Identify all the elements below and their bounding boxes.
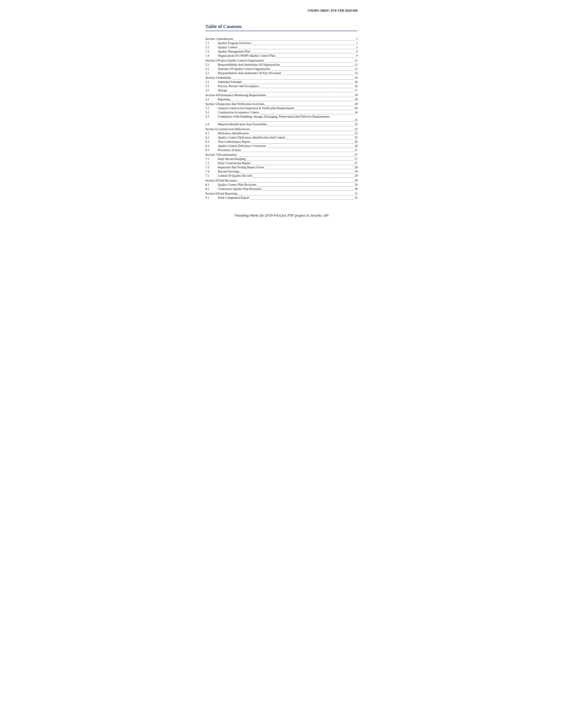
toc-divider bbox=[205, 31, 358, 31]
toc-page: 9 bbox=[356, 50, 358, 53]
toc-entry: 5.1General Construction Inspection & Ver… bbox=[205, 106, 358, 111]
toc-num: Section 7: bbox=[205, 152, 218, 157]
toc-table: Section 1:Introduction11.1Quality Progra… bbox=[205, 36, 358, 200]
toc-num: 8.2 bbox=[205, 187, 218, 191]
toc-page: 24 bbox=[355, 111, 358, 114]
toc-entry: Section 5:Inspection And Verification Ac… bbox=[205, 101, 358, 106]
toc-page: 27 bbox=[355, 148, 358, 152]
toc-entry-text: Contractors Quality Plan Revisions bbox=[218, 187, 261, 191]
toc-entry: 7.4Record Drawings29 bbox=[205, 170, 358, 174]
toc-entry: 6.2Quality Control Deficiency Identifica… bbox=[205, 135, 358, 140]
toc-entry-text: Compliance With Handling, Storage, Packa… bbox=[218, 115, 358, 118]
toc-text: Performance Monitoring Requirements18 bbox=[218, 93, 358, 98]
toc-num: Section 4: bbox=[205, 93, 218, 98]
toc-entry-text: Work Completion Report: bbox=[218, 196, 250, 200]
toc-entry-text: Quality Control Plan Revisions bbox=[218, 183, 256, 187]
toc-num: 3.3 bbox=[205, 88, 218, 93]
toc-num: 1.1 bbox=[205, 41, 218, 45]
toc-text: Submittal Schedule16 bbox=[218, 80, 358, 84]
footer-text: Finishing Works for (F39-F41) for PTF pr… bbox=[234, 213, 329, 218]
toc-num: 6.2 bbox=[205, 135, 218, 140]
toc-page: 25 bbox=[355, 132, 358, 135]
toc-text: Contractors Quality Plan Revisions30 bbox=[218, 187, 358, 191]
toc-entry-text: Submittal Schedule bbox=[218, 80, 242, 84]
toc-page: 25 bbox=[355, 123, 358, 126]
toc-page: 25 bbox=[355, 118, 358, 122]
toc-entry: 6.4Quality Control Deficiency Correction… bbox=[205, 144, 358, 148]
toc-entry: 1.1Quality Program Overview1 bbox=[205, 41, 358, 45]
toc-text: Quality Management Plan9 bbox=[218, 50, 358, 54]
toc-num: Section 3: bbox=[205, 75, 218, 80]
toc-num: 6.5 bbox=[205, 148, 218, 152]
toc-num: 7.4 bbox=[205, 170, 218, 174]
toc-page: 27 bbox=[355, 161, 358, 165]
toc-entry-text: Quality Control Deficiency Identificatio… bbox=[218, 136, 285, 139]
toc-page: 28 bbox=[355, 166, 358, 169]
toc-page: 26 bbox=[355, 140, 358, 144]
toc-entry-text: Performance Monitoring Requirements bbox=[218, 94, 266, 97]
toc-num: 4.1 bbox=[205, 97, 218, 101]
toc-num: 7.5 bbox=[205, 174, 218, 178]
toc-text: Daily Record Keeping27 bbox=[218, 157, 358, 161]
toc-text: Responsibilities And Authorities Of Key … bbox=[218, 71, 358, 75]
toc-page: 16 bbox=[355, 84, 358, 88]
toc-page: 18 bbox=[355, 94, 358, 97]
toc-entry: 9.1Work Completion Report:31 bbox=[205, 196, 358, 200]
toc-text: Project Quality Control Organization11 bbox=[218, 58, 358, 63]
toc-num: 5.4 bbox=[205, 122, 218, 127]
toc-num: 9.1 bbox=[205, 196, 218, 200]
toc-text: Construction Deficiencies25 bbox=[218, 127, 358, 131]
toc-entry: 5.4Material Identification And Traceabil… bbox=[205, 122, 358, 127]
toc-page: 27 bbox=[355, 153, 358, 157]
toc-entry-text: Quality Control Deficiency Correction bbox=[218, 144, 265, 148]
toc-num: 3.2 bbox=[205, 84, 218, 88]
toc-entry-text: Field Revisions bbox=[218, 179, 237, 182]
toc-entry-text: Non-Conformance Report bbox=[218, 140, 250, 144]
toc-entry-text: General Construction Inspection & Verifi… bbox=[218, 107, 294, 110]
toc-entry: 8.1Quality Control Plan Revisions30 bbox=[205, 183, 358, 187]
toc-text: Preventive Actions27 bbox=[218, 148, 358, 152]
toc-entry: 1.3Quality Management Plan9 bbox=[205, 50, 358, 54]
toc-entry: 7.1Daily Record Keeping27 bbox=[205, 157, 358, 161]
toc-entry-text: Inspection And Testing Report Forms bbox=[218, 166, 264, 169]
toc-page: 16 bbox=[355, 76, 358, 80]
toc-entry: Section 7:Documentation27 bbox=[205, 152, 358, 157]
toc-page: 2 bbox=[356, 46, 358, 49]
toc-text: Inspection And Verification Activities20 bbox=[218, 101, 358, 106]
toc-entry: 7.5Control Of Quality Records29 bbox=[205, 174, 358, 178]
toc-page: 13 bbox=[355, 71, 358, 75]
toc-text: Material Identification And Traceability… bbox=[218, 122, 358, 127]
toc-entry: 3.3Storage17 bbox=[205, 88, 358, 93]
toc-entry: 6.5Preventive Actions27 bbox=[205, 148, 358, 152]
toc-text: Construction Acceptance Criteria24 bbox=[218, 111, 358, 115]
toc-entry-text: Reporting bbox=[218, 98, 230, 101]
toc-text: Quality Control Deficiency Identificatio… bbox=[218, 135, 358, 140]
toc-text: Process, Review And Acceptance16 bbox=[218, 84, 358, 88]
toc-entry-text: Final Reporting bbox=[218, 192, 237, 195]
toc-text: Inspection And Testing Report Forms28 bbox=[218, 165, 358, 170]
document-id: UNOPS-JMOC-PTF-ITB-2010-020 bbox=[308, 9, 358, 12]
toc-num: Section 2: bbox=[205, 58, 218, 63]
toc-text: Deficiency Identification25 bbox=[218, 131, 358, 135]
toc-page: 25 bbox=[355, 136, 358, 139]
toc-entry: 2.3Responsibilities And Authorities Of K… bbox=[205, 71, 358, 75]
toc-entry-text: Submittals bbox=[218, 76, 231, 80]
toc-page: 18 bbox=[355, 98, 358, 101]
toc-page: 20 bbox=[355, 107, 358, 110]
toc-text: Quality Control2 bbox=[218, 45, 358, 50]
toc-text: Structure Of Quality Control Organizatio… bbox=[218, 67, 358, 71]
toc-text: Quality Control Plan Revisions30 bbox=[218, 183, 358, 187]
toc-entry: 5.3Compliance With Handling, Storage, Pa… bbox=[205, 115, 358, 122]
toc-num: Section 1: bbox=[205, 36, 218, 41]
toc-entry-text: Quality Control bbox=[218, 46, 237, 49]
toc-text: Submittals16 bbox=[218, 75, 358, 80]
toc-text: Daily Construction Report27 bbox=[218, 161, 358, 165]
toc-entry-text: Quality Program Overview bbox=[218, 41, 251, 45]
toc-page: 20 bbox=[355, 102, 358, 106]
toc-num: 1.2 bbox=[205, 45, 218, 50]
toc-entry-text: Construction Acceptance Criteria bbox=[218, 111, 259, 114]
toc-entry-text: Deficiency Identification bbox=[218, 132, 248, 135]
toc-entry: 8.2Contractors Quality Plan Revisions30 bbox=[205, 187, 358, 191]
toc-text: Quality Control Deficiency Correction26 bbox=[218, 144, 358, 148]
toc-page: 29 bbox=[355, 174, 358, 178]
